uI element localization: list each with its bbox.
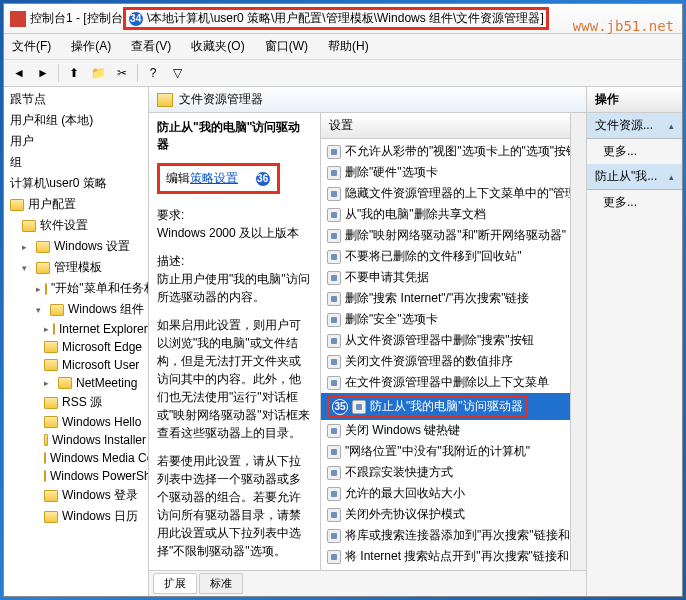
edit-prefix: 编辑 xyxy=(166,171,190,185)
folder-button[interactable]: 📁 xyxy=(87,62,109,84)
list-item[interactable]: 从"我的电脑"删除共享文档 xyxy=(321,204,570,225)
tree-netmeeting[interactable]: ▸NetMeeting xyxy=(4,374,148,392)
filter-button[interactable]: ▽ xyxy=(166,62,188,84)
list-item-label: 删除"硬件"选项卡 xyxy=(345,164,438,181)
list-item-label: 防止从"我的电脑"访问驱动器 xyxy=(370,398,523,415)
menu-window[interactable]: 窗口(W) xyxy=(261,36,312,57)
tree-start-menu[interactable]: ▸"开始"菜单和任务栏 xyxy=(4,278,148,299)
tree-software[interactable]: 软件设置 xyxy=(4,215,148,236)
folder-icon xyxy=(36,262,50,274)
list-item-label: 隐藏文件资源管理器的上下文菜单中的"管理"项目 xyxy=(345,185,570,202)
menu-action[interactable]: 操作(A) xyxy=(67,36,115,57)
tree-windows-settings[interactable]: ▸Windows 设置 xyxy=(4,236,148,257)
list-item[interactable]: 允许的最大回收站大小 xyxy=(321,483,570,504)
list-item[interactable]: 隐藏文件资源管理器的上下文菜单中的"管理"项目 xyxy=(321,183,570,204)
tree-calendar[interactable]: Windows 日历 xyxy=(4,506,148,527)
vertical-scrollbar[interactable] xyxy=(570,113,586,570)
toolbar: ◄ ► ⬆ 📁 ✂ ? ▽ xyxy=(4,60,682,87)
folder-icon xyxy=(36,241,50,253)
folder-icon xyxy=(45,283,47,295)
menubar: 文件(F) 操作(A) 查看(V) 收藏夹(O) 窗口(W) 帮助(H) xyxy=(4,34,682,60)
actions-section-2[interactable]: 防止从"我...▴ xyxy=(587,164,682,190)
list-item[interactable]: "网络位置"中没有"我附近的计算机" xyxy=(321,441,570,462)
help-button[interactable]: ? xyxy=(142,62,164,84)
badge-34: 34 xyxy=(128,11,144,27)
list-item-label: "网络位置"中没有"我附近的计算机" xyxy=(345,443,530,460)
list-item[interactable]: 删除"安全"选项卡 xyxy=(321,309,570,330)
list-item[interactable]: 删除"映射网络驱动器"和"断开网络驱动器" xyxy=(321,225,570,246)
setting-icon xyxy=(327,376,341,390)
folder-icon xyxy=(44,452,46,464)
tree-win-components[interactable]: ▾Windows 组件 xyxy=(4,299,148,320)
setting-icon xyxy=(327,145,341,159)
list-item[interactable]: 不要申请其凭据 xyxy=(321,267,570,288)
tree-edge[interactable]: Microsoft Edge xyxy=(4,338,148,356)
tree-logon[interactable]: Windows 登录 xyxy=(4,485,148,506)
menu-view[interactable]: 查看(V) xyxy=(127,36,175,57)
folder-icon xyxy=(44,434,48,446)
badge-36: 36 xyxy=(255,171,271,187)
description-panel: 防止从"我的电脑"访问驱动器 编辑策略设置 36 要求: Windows 200… xyxy=(149,113,321,570)
menu-favorites[interactable]: 收藏夹(O) xyxy=(187,36,248,57)
tab-standard[interactable]: 标准 xyxy=(199,573,243,594)
setting-icon xyxy=(352,400,366,414)
list-item[interactable]: 在文件资源管理器中删除以上下文菜单 xyxy=(321,372,570,393)
cut-button[interactable]: ✂ xyxy=(111,62,133,84)
setting-icon xyxy=(327,166,341,180)
caret-up-icon: ▴ xyxy=(669,172,674,182)
tab-extend[interactable]: 扩展 xyxy=(153,573,197,594)
list-item-label: 允许的最大回收站大小 xyxy=(345,485,465,502)
list-item-label: 关闭 Windows 键热键 xyxy=(345,422,460,439)
list-item[interactable]: 删除"搜索 Internet"/"再次搜索"链接 xyxy=(321,288,570,309)
list-item[interactable]: 关闭文件资源管理器的数值排序 xyxy=(321,351,570,372)
tree-rss[interactable]: RSS 源 xyxy=(4,392,148,413)
list-item[interactable]: 关闭 Windows 键热键 xyxy=(321,420,570,441)
list-header[interactable]: 设置 xyxy=(321,113,570,139)
list-item[interactable]: 不跟踪安装快捷方式 xyxy=(321,462,570,483)
edit-policy-link[interactable]: 策略设置 xyxy=(190,171,238,185)
list-item[interactable]: 删除"硬件"选项卡 xyxy=(321,162,570,183)
list-item[interactable]: 不要将已删除的文件移到"回收站" xyxy=(321,246,570,267)
tree-powershell[interactable]: Windows PowerShell xyxy=(4,467,148,485)
tree-media[interactable]: Windows Media Center xyxy=(4,449,148,467)
up-button[interactable]: ⬆ xyxy=(63,62,85,84)
menu-help[interactable]: 帮助(H) xyxy=(324,36,373,57)
tree-hello[interactable]: Windows Hello xyxy=(4,413,148,431)
actions-more-1[interactable]: 更多... xyxy=(587,139,682,164)
tree-admin-templates[interactable]: ▾管理模板 xyxy=(4,257,148,278)
tree-local-users[interactable]: 用户和组 (本地) xyxy=(4,110,148,131)
forward-button[interactable]: ► xyxy=(32,62,54,84)
setting-icon xyxy=(327,466,341,480)
list-item-label: 关闭文件资源管理器的数值排序 xyxy=(345,353,513,370)
tree-msuser[interactable]: Microsoft User xyxy=(4,356,148,374)
setting-icon xyxy=(327,355,341,369)
folder-header: 文件资源管理器 xyxy=(149,87,586,113)
tree-policy[interactable]: 计算机\user0 策略 xyxy=(4,173,148,194)
list-item-label: 不要将已删除的文件移到"回收站" xyxy=(345,248,522,265)
actions-more-2[interactable]: 更多... xyxy=(587,190,682,215)
list-item[interactable]: 将库或搜索连接器添加到"再次搜索"链接和"开... xyxy=(321,525,570,546)
tree-ie[interactable]: ▸Internet Explorer xyxy=(4,320,148,338)
list-item[interactable]: 将 Internet 搜索站点开到"再次搜索"链接和... xyxy=(321,546,570,567)
list-item-label: 不允许从彩带的"视图"选项卡上的"选项"按钮中... xyxy=(345,143,570,160)
tree-user-config[interactable]: 用户配置 xyxy=(4,194,148,215)
tree-users[interactable]: 用户 xyxy=(4,131,148,152)
setting-icon xyxy=(327,334,341,348)
setting-icon xyxy=(327,292,341,306)
list-item[interactable]: 关闭外壳协议保护模式 xyxy=(321,504,570,525)
actions-section-1[interactable]: 文件资源...▴ xyxy=(587,113,682,139)
list-item[interactable]: 从文件资源管理器中删除"搜索"按钮 xyxy=(321,330,570,351)
folder-icon xyxy=(53,323,55,335)
back-button[interactable]: ◄ xyxy=(8,62,30,84)
tree-installer[interactable]: Windows Installer xyxy=(4,431,148,449)
folder-icon xyxy=(44,490,58,502)
tree-groups[interactable]: 组 xyxy=(4,152,148,173)
setting-icon xyxy=(327,487,341,501)
menu-file[interactable]: 文件(F) xyxy=(8,36,55,57)
actions-header: 操作 xyxy=(587,87,682,113)
list-item[interactable]: 35防止从"我的电脑"访问驱动器 xyxy=(321,393,570,420)
folder-icon xyxy=(44,511,58,523)
folder-icon xyxy=(44,416,58,428)
list-item[interactable]: 不允许从彩带的"视图"选项卡上的"选项"按钮中... xyxy=(321,141,570,162)
tree-root[interactable]: 跟节点 xyxy=(4,89,148,110)
